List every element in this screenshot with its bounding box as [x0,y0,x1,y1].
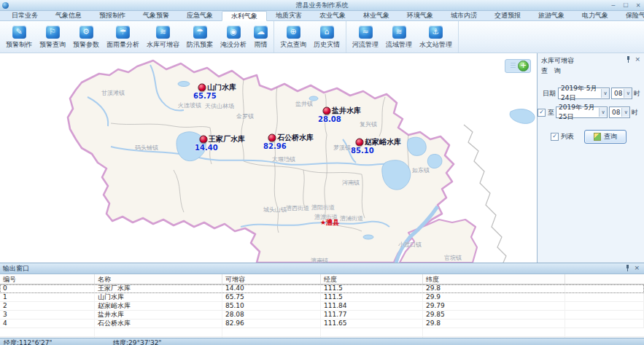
date-from-select[interactable]: 2019年 5月24日∨ [558,88,610,99]
chevron-down-icon[interactable]: ∨ [599,108,607,117]
output-column-header[interactable]: 名称 [95,274,222,284]
output-column-header[interactable]: 纬度 [423,274,565,284]
output-close-icon[interactable]: × [634,265,640,271]
map-zoom-control: + [505,59,531,73]
hydro-station-icon: ⚓ [429,26,443,39]
output-table-cell [95,337,222,338]
chevron-down-icon[interactable]: ∨ [621,108,629,117]
reservoir-value-label: 65.75 [193,92,217,100]
output-empty-row [0,337,644,338]
pin-icon[interactable] [626,56,631,63]
pin-icon[interactable] [625,265,630,271]
panel-close-icon[interactable]: × [635,56,640,63]
menu-tab[interactable]: 地质灾害 [267,11,311,20]
toolbar-button-label: 防汛预案 [187,40,213,50]
output-table-cell: 山门水库 [95,293,222,301]
query-button-icon [594,133,601,141]
reservoir-marker[interactable] [268,134,276,142]
流域管理-button[interactable]: ≋流域管理 [382,21,416,53]
reservoir-marker[interactable] [198,84,206,92]
chevron-down-icon[interactable]: ∨ [624,89,632,98]
output-table-row[interactable]: 4石公桥水库82.96111.6529.8 [0,319,644,328]
toolbar-button-label: 预警制作 [6,40,32,50]
close-button[interactable]: ✕ [632,1,644,9]
output-table-row[interactable]: 0王家厂水库14.40111.529.8 [0,284,644,293]
reservoir-marker[interactable] [356,139,364,147]
output-table-cell [423,328,565,336]
panel-group-label: 查 询 [541,66,640,76]
zoom-in-button[interactable]: + [518,61,529,71]
row-filler [565,293,644,301]
output-table-cell: 65.75 [222,293,321,301]
to-date-checkbox[interactable] [538,109,546,117]
output-column-header[interactable]: 可增容 [222,274,321,284]
grip-icon [511,63,516,69]
toolbar: ✎预警制作⚐预警查询⚙预警参数☔面雨量分析≋水库可增容☂防汛预案◉淹没分析☁雨情… [0,21,644,53]
output-table-cell: 3 [0,311,95,319]
灾点查询-button[interactable]: ⊕灾点查询 [276,21,310,53]
预警参数-button[interactable]: ⚙预警参数 [69,21,103,53]
output-column-header[interactable]: 编号 [0,274,95,284]
output-window: 输出窗口 × 编号名称可增容经度纬度 0王家厂水库14.40111.529.81… [0,263,644,338]
menu-tab[interactable]: 交通预报 [486,11,529,20]
河流管理-button[interactable]: ≈河流管理 [349,21,382,53]
menu-tab[interactable]: 日常业务 [3,11,47,20]
chevron-down-icon[interactable]: ∨ [601,89,609,98]
output-table-cell [0,328,95,336]
menu-tab[interactable]: 应急气象 [178,11,222,20]
reservoir-value-label: 85.10 [351,147,374,155]
output-table-cell: 28.08 [222,311,321,319]
output-table-row[interactable]: 2赵家峪水库85.10111.8429.79 [0,302,644,311]
水文站管理-button[interactable]: ⚓水文站管理 [416,21,456,53]
历史灾情-button[interactable]: ⌂历史灾情 [310,21,344,53]
list-checkbox[interactable] [551,133,559,141]
toolbar-group: ≈河流管理≋流域管理⚓水文站管理 [346,21,459,53]
output-table-cell: 2 [0,302,95,310]
row-filler [565,302,644,310]
date-to-select[interactable]: 2019年 5月25日∨ [556,106,608,118]
reservoir-name-label: 山门水库 [207,82,236,93]
rain-status-icon: ☁ [254,26,268,39]
menu-tab[interactable]: 气象信息 [47,11,90,20]
menu-tab[interactable]: 气象预警 [134,11,178,20]
output-table-row[interactable]: 1山门水库65.75111.529.9 [0,293,644,302]
output-table-cell: 29.79 [423,302,565,310]
淹没分析-button[interactable]: ◉淹没分析 [217,21,250,53]
hour-to-select[interactable]: 08∨ [609,106,630,118]
水库可增容-button[interactable]: ≋水库可增容 [143,21,183,53]
menu-tab[interactable]: 水利气象 [222,11,267,21]
预警查询-button[interactable]: ⚐预警查询 [36,21,69,53]
output-window-title: 输出窗口 [3,264,29,274]
menu-tab[interactable]: 保险气象 [617,11,644,20]
maximize-button[interactable]: ☐ [620,1,632,9]
rainfall-analysis-icon: ☔ [116,26,130,39]
menu-tab[interactable]: 城市内涝 [442,11,486,20]
menu-tab[interactable]: 农业气象 [311,11,354,20]
hour-from-select[interactable]: 08∨ [611,88,632,99]
minimize-button[interactable]: ─ [608,1,619,9]
county-map-svg [0,53,537,263]
to-label: 至 [548,108,554,117]
防汛预案-button[interactable]: ☂防汛预案 [183,21,217,53]
面雨量分析-button[interactable]: ☔面雨量分析 [103,21,143,53]
reservoir-marker[interactable] [323,107,331,115]
雨情-button[interactable]: ☁雨情 [250,21,271,53]
menu-tab[interactable]: 预报制作 [90,11,134,20]
reservoir-marker[interactable] [200,136,208,144]
reservoir-name-label: 石公桥水库 [277,133,314,143]
alert-params-icon: ⚙ [79,26,93,39]
map-canvas[interactable]: 甘溪滩镇码头铺镇火连坡镇天供山林场金罗镇盐井镇复兴镇梦溪镇大堰垱镇涔南镇如东镇城… [0,53,537,263]
menu-tab[interactable]: 旅游气象 [529,11,573,20]
menu-tab[interactable]: 林业气象 [354,11,398,20]
query-button[interactable]: 查询 [584,130,626,144]
reservoir-name-label: 王家厂水库 [209,134,245,144]
flood-plan-icon: ☂ [193,26,207,39]
toolbar-button-label: 淹没分析 [220,40,247,50]
output-column-header[interactable]: 经度 [321,274,423,284]
预警制作-button[interactable]: ✎预警制作 [2,21,36,53]
output-table-cell [423,337,565,338]
menu-tab[interactable]: 环境气象 [398,11,442,20]
output-table-row[interactable]: 3盐井水库28.08111.7729.85 [0,311,644,319]
output-table-header: 编号名称可增容经度纬度 [0,274,644,284]
menu-tab[interactable]: 电力气象 [573,11,617,20]
